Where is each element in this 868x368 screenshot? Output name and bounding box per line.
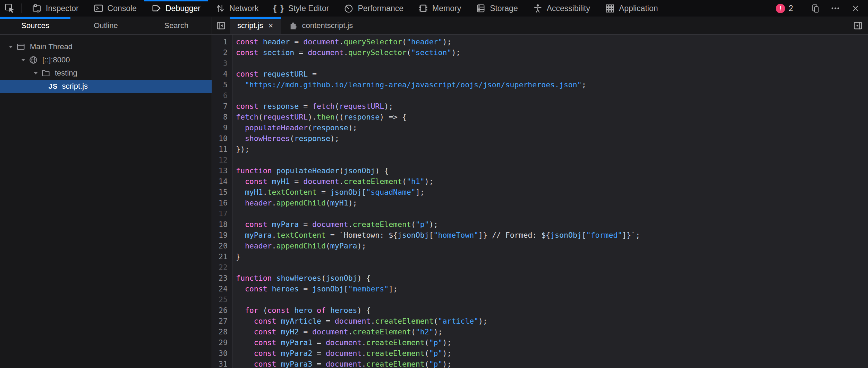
code-line[interactable]: myH1.textContent = jsonObj["squadName"]; <box>236 187 868 198</box>
line-number[interactable]: 13 <box>212 165 228 176</box>
tree-item--8000[interactable]: [::]:8000 <box>0 53 212 67</box>
line-number[interactable]: 18 <box>212 219 228 230</box>
tab-label: Style Editor <box>288 4 329 13</box>
tab-label: Console <box>108 4 137 13</box>
line-number[interactable]: 8 <box>212 112 228 122</box>
line-number[interactable]: 6 <box>212 90 228 101</box>
line-number[interactable]: 17 <box>212 208 228 219</box>
code-line[interactable]: const myArticle = document.createElement… <box>236 316 868 326</box>
code-line[interactable]: const myPara = document.createElement("p… <box>236 219 868 230</box>
code-line[interactable]: const myPara3 = document.createElement("… <box>236 359 868 368</box>
expand-arrow-icon[interactable] <box>18 56 28 63</box>
code-line[interactable]: const response = fetch(requestURL); <box>236 101 868 112</box>
code-line[interactable] <box>236 208 868 219</box>
code-line[interactable]: const myPara2 = document.createElement("… <box>236 348 868 359</box>
tab-console[interactable]: Console <box>86 0 144 17</box>
responsive-design-button[interactable] <box>808 0 823 17</box>
breakpoint-gutter[interactable]: 1234567891011121314151617181920212223242… <box>212 35 233 368</box>
code-line[interactable]: const requestURL = <box>236 69 868 79</box>
tab-inspector[interactable]: Inspector <box>24 0 86 17</box>
line-number[interactable]: 21 <box>212 251 228 262</box>
line-number[interactable]: 12 <box>212 155 228 165</box>
code-line[interactable]: function populateHeader(jsonObj) { <box>236 165 868 176</box>
line-number[interactable]: 15 <box>212 187 228 198</box>
tab-performance[interactable]: Performance <box>336 0 411 17</box>
tree-item-script-js[interactable]: JSscript.js <box>0 80 212 93</box>
line-number[interactable]: 9 <box>212 122 228 133</box>
line-number[interactable]: 5 <box>212 79 228 90</box>
tree-item-testing[interactable]: testing <box>0 67 212 80</box>
tree-item-main-thread[interactable]: Main Thread <box>0 40 212 53</box>
code-line[interactable] <box>236 155 868 165</box>
code-line[interactable]: } <box>236 251 868 262</box>
code-line[interactable]: "https://mdn.github.io/learning-area/jav… <box>236 79 868 90</box>
sidebar-tab-sources[interactable]: Sources <box>0 17 70 34</box>
code-line[interactable]: function showHeroes(jsonObj) { <box>236 273 868 283</box>
code-line[interactable]: const myPara1 = document.createElement("… <box>236 337 868 348</box>
source-editor[interactable]: 1234567891011121314151617181920212223242… <box>212 35 868 368</box>
toolbar-separator <box>22 3 22 13</box>
close-tab-button[interactable]: × <box>269 21 273 30</box>
code-line[interactable]: header.appendChild(myH1); <box>236 198 868 208</box>
code-content[interactable]: const header = document.querySelector("h… <box>233 35 868 368</box>
line-number[interactable]: 1 <box>212 36 228 47</box>
code-line[interactable]: const header = document.querySelector("h… <box>236 36 868 47</box>
line-number[interactable]: 25 <box>212 294 228 305</box>
line-number[interactable]: 20 <box>212 240 228 251</box>
line-number[interactable]: 7 <box>212 101 228 112</box>
code-line[interactable] <box>236 90 868 101</box>
line-number[interactable]: 26 <box>212 305 228 316</box>
code-line[interactable]: header.appendChild(myPara); <box>236 240 868 251</box>
line-number[interactable]: 22 <box>212 262 228 273</box>
line-number[interactable]: 16 <box>212 198 228 208</box>
tab-style-editor[interactable]: { }Style Editor <box>266 0 336 17</box>
code-line[interactable] <box>236 262 868 273</box>
pick-element-button[interactable] <box>0 0 19 17</box>
code-line[interactable]: showHeroes(response); <box>236 133 868 144</box>
tab-memory[interactable]: Memory <box>411 0 468 17</box>
collapse-sources-panel-button[interactable] <box>212 17 230 34</box>
code-line[interactable]: const myH1 = document.createElement("h1"… <box>236 176 868 187</box>
line-number[interactable]: 29 <box>212 337 228 348</box>
code-line[interactable] <box>236 294 868 305</box>
tab-network[interactable]: Network <box>208 0 266 17</box>
code-line[interactable]: }); <box>236 144 868 155</box>
line-number[interactable]: 27 <box>212 316 228 326</box>
source-tab-label: contentscript.js <box>302 21 353 30</box>
error-count-button[interactable]: ! 2 <box>776 4 793 13</box>
line-number[interactable]: 30 <box>212 348 228 359</box>
sidebar-tab-outline[interactable]: Outline <box>70 17 141 34</box>
devtools-settings-menu-button[interactable] <box>828 0 843 17</box>
code-line[interactable]: populateHeader(response); <box>236 122 868 133</box>
tab-debugger[interactable]: Debugger <box>144 0 208 17</box>
code-line[interactable]: const section = document.querySelector("… <box>236 47 868 58</box>
line-number[interactable]: 2 <box>212 47 228 58</box>
line-number[interactable]: 3 <box>212 58 228 69</box>
code-line[interactable]: for (const hero of heroes) { <box>236 305 868 316</box>
line-number[interactable]: 10 <box>212 133 228 144</box>
line-number[interactable]: 28 <box>212 326 228 337</box>
code-line[interactable] <box>236 58 868 69</box>
window-icon <box>16 42 26 52</box>
line-number[interactable]: 24 <box>212 283 228 294</box>
tab-application[interactable]: Application <box>597 0 665 17</box>
source-tab-script-js[interactable]: script.js× <box>230 17 281 34</box>
tab-storage[interactable]: Storage <box>468 0 525 17</box>
line-number[interactable]: 14 <box>212 176 228 187</box>
line-number[interactable]: 31 <box>212 359 228 368</box>
expand-arrow-icon[interactable] <box>31 70 41 77</box>
tab-accessibility[interactable]: Accessibility <box>525 0 597 17</box>
code-line[interactable]: myPara.textContent = `Hometown: ${jsonOb… <box>236 230 868 240</box>
sidebar-tab-search[interactable]: Search <box>141 17 212 34</box>
source-tab-contentscript-js[interactable]: contentscript.js <box>281 17 361 34</box>
expand-arrow-icon[interactable] <box>6 43 16 50</box>
line-number[interactable]: 4 <box>212 69 228 79</box>
close-devtools-button[interactable] <box>848 0 863 17</box>
line-number[interactable]: 19 <box>212 230 228 240</box>
line-number[interactable]: 23 <box>212 273 228 283</box>
code-line[interactable]: const myH2 = document.createElement("h2"… <box>236 326 868 337</box>
code-line[interactable]: const heroes = jsonObj["members"]; <box>236 283 868 294</box>
line-number[interactable]: 11 <box>212 144 228 155</box>
expand-debugger-panel-button[interactable] <box>849 17 867 34</box>
code-line[interactable]: fetch(requestURL).then((response) => { <box>236 112 868 122</box>
